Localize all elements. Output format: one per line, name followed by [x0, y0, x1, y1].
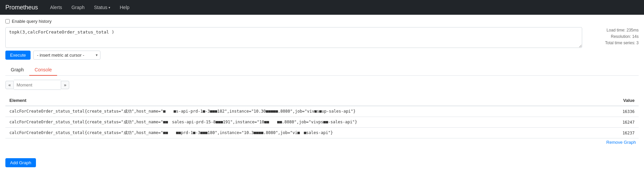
- tab-console[interactable]: Console: [29, 64, 57, 76]
- load-time: Load time: 235ms: [585, 27, 639, 34]
- metric-select[interactable]: - insert metric at cursor -: [33, 51, 100, 60]
- tab-graph[interactable]: Graph: [5, 64, 29, 76]
- next-time-button[interactable]: »: [61, 81, 69, 89]
- value-cell: 16336: [605, 106, 639, 117]
- table-row: calcForCreateOrder_status_total{create_s…: [5, 106, 639, 117]
- value-column-header: Value: [605, 95, 639, 106]
- table-row: calcForCreateOrder_status_total{create_s…: [5, 117, 639, 128]
- value-cell: 16237: [605, 128, 639, 138]
- nav-items: Alerts Graph Status ▾ Help: [46, 3, 133, 12]
- nav-item-status[interactable]: Status ▾: [90, 3, 115, 12]
- resolution: Resolution: 14s: [585, 34, 639, 40]
- element-cell: calcForCreateOrder_status_total{create_s…: [5, 128, 605, 138]
- remove-graph-container: Remove Graph: [5, 138, 639, 146]
- load-info: Load time: 235ms Resolution: 14s Total t…: [585, 27, 639, 47]
- query-input[interactable]: topk(3,calcForCreateOrder_status_total ): [5, 27, 582, 48]
- query-history-checkbox[interactable]: [5, 19, 10, 23]
- moment-row: « »: [5, 80, 639, 90]
- metric-select-wrapper: - insert metric at cursor - ▾: [33, 51, 100, 60]
- nav-item-status-label: Status: [94, 5, 108, 10]
- console-content: « » Element Value calcForCreateOrder_sta…: [5, 76, 639, 150]
- remove-graph-button[interactable]: Remove Graph: [604, 138, 639, 146]
- execute-button[interactable]: Execute: [5, 51, 31, 60]
- nav-item-alerts[interactable]: Alerts: [46, 3, 66, 12]
- query-history-label: Enable query history: [12, 19, 52, 24]
- query-history-toggle[interactable]: Enable query history: [5, 19, 639, 24]
- total-series: Total time series: 3: [585, 40, 639, 46]
- navbar: Prometheus Alerts Graph Status ▾ Help: [0, 0, 644, 15]
- table-header: Element Value: [5, 95, 639, 106]
- main-content: Enable query history topk(3,calcForCreat…: [0, 15, 644, 173]
- tabs: Graph Console: [5, 64, 639, 76]
- table-body: calcForCreateOrder_status_total{create_s…: [5, 106, 639, 138]
- nav-item-graph[interactable]: Graph: [68, 3, 89, 12]
- nav-item-help[interactable]: Help: [116, 3, 133, 12]
- query-row: topk(3,calcForCreateOrder_status_total )…: [5, 27, 639, 48]
- element-cell: calcForCreateOrder_status_total{create_s…: [5, 117, 605, 128]
- chevron-down-icon: ▾: [109, 6, 110, 9]
- element-column-header: Element: [5, 95, 605, 106]
- double-left-arrow-icon: «: [8, 82, 11, 87]
- prev-time-button[interactable]: «: [5, 81, 14, 89]
- table-header-row: Element Value: [5, 95, 639, 106]
- add-graph-button[interactable]: Add Graph: [5, 158, 36, 167]
- table-row: calcForCreateOrder_status_total{create_s…: [5, 128, 639, 138]
- bottom-bar: Add Graph: [5, 154, 639, 169]
- result-table: Element Value calcForCreateOrder_status_…: [5, 95, 639, 138]
- double-right-arrow-icon: »: [64, 82, 66, 87]
- value-cell: 16247: [605, 117, 639, 128]
- execute-row: Execute - insert metric at cursor - ▾: [5, 51, 639, 60]
- element-cell: calcForCreateOrder_status_total{create_s…: [5, 106, 605, 117]
- moment-input[interactable]: [14, 80, 61, 90]
- brand-title: Prometheus: [5, 4, 38, 11]
